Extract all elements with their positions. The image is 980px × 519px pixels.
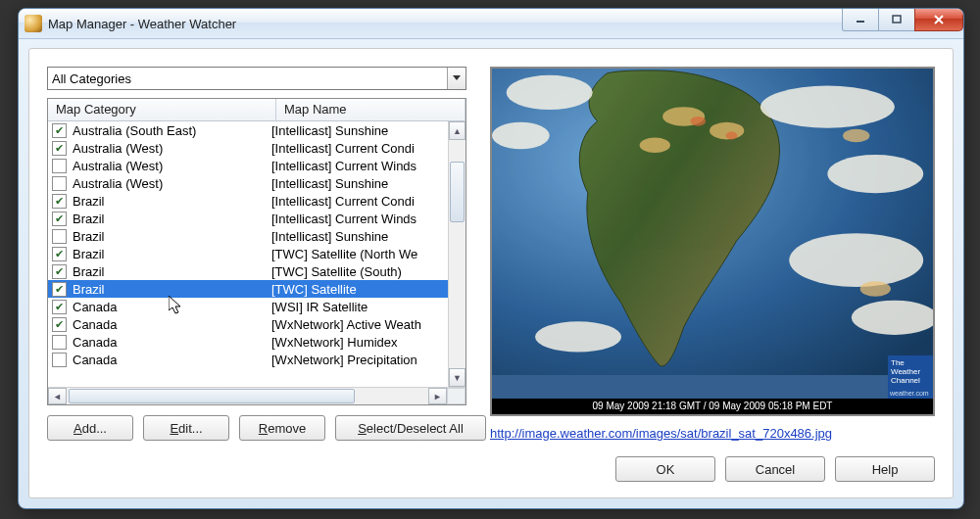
client-area: All Categories Map Category Map Name ✔Au… [28, 48, 954, 498]
category-filter-combo[interactable]: All Categories [47, 67, 466, 90]
table-row[interactable]: Australia (West)[Intellicast] Current Wi… [48, 157, 448, 174]
list-action-buttons: Add... Edit... Remove Select/Deselect Al… [47, 415, 466, 441]
table-row[interactable]: ✔Australia (West)[Intellicast] Current C… [48, 139, 448, 157]
help-button[interactable]: Help [835, 456, 935, 482]
image-source-link[interactable]: http://image.weather.com/images/sat/braz… [490, 426, 832, 441]
checkbox[interactable]: ✔ [52, 317, 67, 332]
cell-category: Brazil [73, 212, 105, 226]
add-button[interactable]: Add... [47, 415, 133, 441]
column-header-name[interactable]: Map Name [276, 99, 466, 120]
maximize-icon [892, 15, 902, 24]
window-controls [843, 9, 963, 31]
svg-point-5 [760, 86, 895, 128]
scroll-down-button[interactable]: ▼ [449, 368, 466, 387]
close-icon [933, 14, 945, 25]
table-row[interactable]: Canada[WxNetwork] Humidex [48, 333, 448, 351]
maximize-button[interactable] [878, 9, 915, 31]
cancel-button[interactable]: Cancel [725, 456, 825, 482]
cell-category: Brazil [73, 229, 105, 244]
minimize-icon [856, 15, 865, 24]
vscroll-track[interactable] [449, 138, 466, 370]
checkbox[interactable] [52, 159, 67, 173]
table-row[interactable]: Brazil[Intellicast] Sunshine [48, 227, 448, 245]
cell-map-name: [WxNetwork] Precipitation [271, 353, 448, 367]
hscroll-thumb[interactable] [69, 389, 355, 403]
listview-header[interactable]: Map Category Map Name [48, 99, 466, 121]
cell-category: Australia (West) [73, 159, 163, 173]
svg-point-4 [492, 122, 550, 149]
table-row[interactable]: ✔Brazil[TWC] Satellite (South) [48, 262, 448, 280]
table-row[interactable]: ✔Canada[WxNetwork] Active Weath [48, 315, 448, 333]
horizontal-scrollbar[interactable]: ◄ ► [48, 387, 466, 404]
cell-category: Australia (South East) [73, 123, 196, 138]
cell-map-name: [WSI] IR Satellite [271, 300, 448, 314]
ok-button[interactable]: OK [615, 456, 715, 482]
window-frame: Map Manager - Weather Watcher All Catego… [18, 8, 964, 509]
titlebar[interactable]: Map Manager - Weather Watcher [19, 9, 963, 39]
preview-timestamp: 09 May 2009 21:18 GMT / 09 May 2009 05:1… [492, 399, 933, 414]
close-button[interactable] [914, 9, 963, 31]
table-row[interactable]: ✔Brazil[TWC] Satellite [48, 280, 448, 298]
map-preview-image: The Weather Channel weather.com 09 May 2… [490, 67, 935, 416]
cell-category: Australia (West) [73, 141, 163, 156]
vscroll-thumb[interactable] [450, 162, 465, 222]
remove-button[interactable]: Remove [239, 415, 325, 441]
svg-point-16 [726, 132, 738, 140]
vertical-scrollbar[interactable]: ▲ ▼ [448, 121, 466, 387]
table-row[interactable]: ✔Brazil[Intellicast] Current Winds [48, 210, 448, 227]
hscroll-track[interactable] [67, 388, 428, 404]
checkbox[interactable]: ✔ [52, 282, 67, 297]
edit-button[interactable]: Edit... [143, 415, 229, 441]
map-listview[interactable]: Map Category Map Name ✔Australia (South … [47, 98, 466, 405]
weather-channel-badge: The Weather Channel weather.com [888, 355, 933, 399]
checkbox[interactable]: ✔ [52, 194, 67, 209]
checkbox[interactable] [52, 176, 67, 191]
content-area: All Categories Map Category Map Name ✔Au… [47, 67, 935, 441]
table-row[interactable]: ✔Brazil[TWC] Satellite (North We [48, 245, 448, 262]
table-row[interactable]: Canada[WxNetwork] Precipitation [48, 351, 448, 368]
cell-map-name: [Intellicast] Current Winds [271, 212, 448, 226]
app-icon [24, 15, 42, 32]
cell-category: Canada [73, 300, 118, 314]
cell-map-name: [WxNetwork] Humidex [271, 335, 448, 350]
svg-point-6 [827, 155, 923, 193]
checkbox[interactable] [52, 335, 67, 350]
table-row[interactable]: ✔Brazil[Intellicast] Current Condi [48, 192, 448, 210]
svg-rect-0 [857, 21, 864, 23]
checkbox[interactable] [52, 353, 67, 367]
column-header-category[interactable]: Map Category [48, 99, 276, 120]
cell-category: Australia (West) [73, 176, 163, 191]
cell-map-name: [Intellicast] Sunshine [271, 123, 448, 138]
table-row[interactable]: Australia (West)[Intellicast] Sunshine [48, 174, 448, 192]
checkbox[interactable]: ✔ [52, 300, 67, 314]
table-row[interactable]: ✔Australia (South East)[Intellicast] Sun… [48, 121, 448, 139]
svg-point-3 [507, 75, 593, 110]
cell-category: Brazil [73, 264, 105, 279]
checkbox[interactable]: ✔ [52, 123, 67, 138]
cell-category: Brazil [73, 194, 105, 209]
checkbox[interactable]: ✔ [52, 212, 67, 226]
scroll-left-button[interactable]: ◄ [48, 388, 67, 404]
listview-body[interactable]: ✔Australia (South East)[Intellicast] Sun… [48, 121, 448, 387]
cell-category: Canada [73, 335, 118, 350]
minimize-button[interactable] [842, 9, 879, 31]
right-pane: The Weather Channel weather.com 09 May 2… [490, 67, 935, 441]
chevron-down-icon [447, 68, 466, 89]
select-deselect-all-button[interactable]: Select/Deselect All [335, 415, 486, 441]
checkbox[interactable]: ✔ [52, 247, 67, 261]
combo-value: All Categories [52, 71, 131, 86]
scroll-corner [447, 388, 466, 404]
table-row[interactable]: ✔Canada[WSI] IR Satellite [48, 298, 448, 315]
svg-rect-1 [893, 16, 901, 23]
dialog-buttons: OK Cancel Help [615, 456, 935, 482]
cell-map-name: [TWC] Satellite (South) [271, 264, 448, 279]
preview-link-row: http://image.weather.com/images/sat/braz… [490, 426, 935, 441]
checkbox[interactable] [52, 229, 67, 244]
cell-map-name: [TWC] Satellite (North We [271, 247, 448, 261]
checkbox[interactable]: ✔ [52, 264, 67, 279]
cell-category: Canada [73, 317, 118, 332]
scroll-right-button[interactable]: ► [428, 388, 447, 404]
svg-point-14 [860, 281, 891, 297]
window-title: Map Manager - Weather Watcher [48, 17, 236, 31]
checkbox[interactable]: ✔ [52, 141, 67, 156]
